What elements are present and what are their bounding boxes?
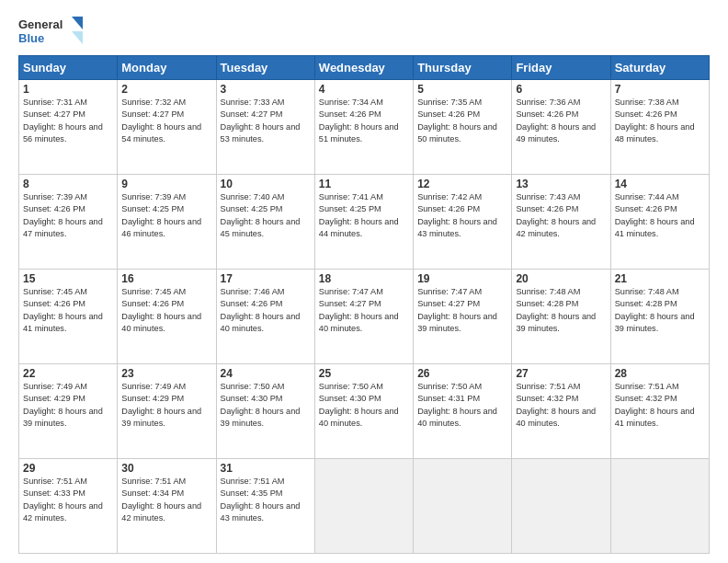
calendar-cell: 12Sunrise: 7:42 AMSunset: 4:26 PMDayligh… (414, 175, 512, 270)
day-info: Sunrise: 7:42 AMSunset: 4:26 PMDaylight:… (417, 191, 507, 240)
calendar-cell: 25Sunrise: 7:50 AMSunset: 4:30 PMDayligh… (314, 364, 413, 459)
calendar-cell: 30Sunrise: 7:51 AMSunset: 4:34 PMDayligh… (118, 459, 216, 554)
day-number: 14 (615, 178, 705, 190)
day-info: Sunrise: 7:51 AMSunset: 4:35 PMDaylight:… (221, 476, 311, 524)
calendar-cell: 17Sunrise: 7:46 AMSunset: 4:26 PMDayligh… (216, 270, 314, 364)
calendar-cell: 19Sunrise: 7:47 AMSunset: 4:27 PMDayligh… (414, 270, 512, 364)
day-info: Sunrise: 7:51 AMSunset: 4:32 PMDaylight:… (516, 381, 606, 430)
day-info: Sunrise: 7:48 AMSunset: 4:28 PMDaylight:… (516, 286, 606, 335)
day-number: 27 (516, 367, 606, 380)
day-info: Sunrise: 7:39 AMSunset: 4:25 PMDaylight:… (121, 191, 211, 240)
logo: General Blue (18, 15, 85, 48)
calendar-cell: 8Sunrise: 7:39 AMSunset: 4:26 PMDaylight… (19, 175, 118, 270)
logo-svg: General Blue (18, 15, 85, 48)
day-number: 19 (417, 272, 507, 285)
calendar-cell: 28Sunrise: 7:51 AMSunset: 4:32 PMDayligh… (610, 364, 709, 459)
day-info: Sunrise: 7:43 AMSunset: 4:26 PMDaylight:… (516, 191, 606, 240)
calendar-cell: 6Sunrise: 7:36 AMSunset: 4:26 PMDaylight… (512, 80, 610, 175)
day-number: 28 (615, 367, 705, 380)
calendar-cell: 20Sunrise: 7:48 AMSunset: 4:28 PMDayligh… (512, 270, 610, 364)
day-info: Sunrise: 7:32 AMSunset: 4:27 PMDaylight:… (121, 97, 211, 145)
day-number: 22 (23, 367, 113, 380)
svg-text:Blue: Blue (18, 31, 44, 45)
calendar-cell: 21Sunrise: 7:48 AMSunset: 4:28 PMDayligh… (610, 270, 709, 364)
calendar-cell: 16Sunrise: 7:45 AMSunset: 4:26 PMDayligh… (118, 270, 216, 364)
day-info: Sunrise: 7:51 AMSunset: 4:33 PMDaylight:… (23, 476, 113, 524)
day-info: Sunrise: 7:44 AMSunset: 4:26 PMDaylight:… (615, 191, 705, 240)
calendar-cell: 1Sunrise: 7:31 AMSunset: 4:27 PMDaylight… (19, 80, 118, 175)
day-number: 6 (516, 83, 606, 96)
day-info: Sunrise: 7:45 AMSunset: 4:26 PMDaylight:… (23, 286, 113, 335)
day-info: Sunrise: 7:47 AMSunset: 4:27 PMDaylight:… (319, 286, 409, 335)
day-number: 1 (23, 83, 113, 96)
weekday-header: Wednesday (314, 56, 413, 80)
day-info: Sunrise: 7:50 AMSunset: 4:30 PMDaylight:… (319, 381, 409, 430)
svg-text:General: General (18, 17, 63, 31)
day-info: Sunrise: 7:50 AMSunset: 4:31 PMDaylight:… (417, 381, 507, 430)
weekday-header-row: SundayMondayTuesdayWednesdayThursdayFrid… (19, 56, 710, 80)
day-info: Sunrise: 7:33 AMSunset: 4:27 PMDaylight:… (221, 97, 311, 145)
svg-marker-3 (72, 31, 83, 44)
day-number: 17 (221, 272, 311, 285)
calendar-cell: 24Sunrise: 7:50 AMSunset: 4:30 PMDayligh… (216, 364, 314, 459)
weekday-header: Friday (512, 56, 610, 80)
day-number: 11 (319, 178, 409, 190)
day-info: Sunrise: 7:51 AMSunset: 4:34 PMDaylight:… (121, 476, 211, 524)
day-number: 4 (319, 83, 409, 96)
calendar-cell (610, 459, 709, 554)
day-number: 18 (319, 272, 409, 285)
calendar-cell: 31Sunrise: 7:51 AMSunset: 4:35 PMDayligh… (216, 459, 314, 554)
weekday-header: Saturday (610, 56, 709, 80)
day-number: 3 (221, 83, 311, 96)
page: General Blue SundayMondayTuesdayWednesda… (0, 0, 728, 563)
calendar-cell: 7Sunrise: 7:38 AMSunset: 4:26 PMDaylight… (610, 80, 709, 175)
calendar-cell: 4Sunrise: 7:34 AMSunset: 4:26 PMDaylight… (314, 80, 413, 175)
calendar-week-row: 22Sunrise: 7:49 AMSunset: 4:29 PMDayligh… (19, 364, 710, 459)
calendar-cell (512, 459, 610, 554)
day-info: Sunrise: 7:48 AMSunset: 4:28 PMDaylight:… (615, 286, 705, 335)
day-number: 16 (121, 272, 211, 285)
weekday-header: Tuesday (216, 56, 314, 80)
day-info: Sunrise: 7:49 AMSunset: 4:29 PMDaylight:… (121, 381, 211, 430)
day-info: Sunrise: 7:46 AMSunset: 4:26 PMDaylight:… (221, 286, 311, 335)
day-number: 9 (121, 178, 211, 190)
day-number: 13 (516, 178, 606, 190)
day-number: 24 (221, 367, 311, 380)
day-info: Sunrise: 7:50 AMSunset: 4:30 PMDaylight:… (221, 381, 311, 430)
calendar-cell: 18Sunrise: 7:47 AMSunset: 4:27 PMDayligh… (314, 270, 413, 364)
calendar-cell: 10Sunrise: 7:40 AMSunset: 4:25 PMDayligh… (216, 175, 314, 270)
calendar-cell: 2Sunrise: 7:32 AMSunset: 4:27 PMDaylight… (118, 80, 216, 175)
calendar-cell: 26Sunrise: 7:50 AMSunset: 4:31 PMDayligh… (414, 364, 512, 459)
day-number: 25 (319, 367, 409, 380)
header: General Blue (18, 15, 710, 48)
calendar-cell: 29Sunrise: 7:51 AMSunset: 4:33 PMDayligh… (19, 459, 118, 554)
day-info: Sunrise: 7:51 AMSunset: 4:32 PMDaylight:… (615, 381, 705, 430)
weekday-header: Monday (118, 56, 216, 80)
calendar-cell: 27Sunrise: 7:51 AMSunset: 4:32 PMDayligh… (512, 364, 610, 459)
day-info: Sunrise: 7:31 AMSunset: 4:27 PMDaylight:… (23, 97, 113, 145)
calendar-cell: 9Sunrise: 7:39 AMSunset: 4:25 PMDaylight… (118, 175, 216, 270)
day-info: Sunrise: 7:39 AMSunset: 4:26 PMDaylight:… (23, 191, 113, 240)
calendar-cell: 14Sunrise: 7:44 AMSunset: 4:26 PMDayligh… (610, 175, 709, 270)
day-number: 5 (417, 83, 507, 96)
day-info: Sunrise: 7:49 AMSunset: 4:29 PMDaylight:… (23, 381, 113, 430)
day-info: Sunrise: 7:45 AMSunset: 4:26 PMDaylight:… (121, 286, 211, 335)
calendar-week-row: 29Sunrise: 7:51 AMSunset: 4:33 PMDayligh… (19, 459, 710, 554)
day-info: Sunrise: 7:47 AMSunset: 4:27 PMDaylight:… (417, 286, 507, 335)
calendar-cell: 15Sunrise: 7:45 AMSunset: 4:26 PMDayligh… (19, 270, 118, 364)
day-number: 21 (615, 272, 705, 285)
day-info: Sunrise: 7:41 AMSunset: 4:25 PMDaylight:… (319, 191, 409, 240)
day-info: Sunrise: 7:34 AMSunset: 4:26 PMDaylight:… (319, 97, 409, 145)
day-info: Sunrise: 7:40 AMSunset: 4:25 PMDaylight:… (221, 191, 311, 240)
calendar-week-row: 8Sunrise: 7:39 AMSunset: 4:26 PMDaylight… (19, 175, 710, 270)
calendar-week-row: 15Sunrise: 7:45 AMSunset: 4:26 PMDayligh… (19, 270, 710, 364)
calendar-cell: 5Sunrise: 7:35 AMSunset: 4:26 PMDaylight… (414, 80, 512, 175)
calendar-week-row: 1Sunrise: 7:31 AMSunset: 4:27 PMDaylight… (19, 80, 710, 175)
day-number: 2 (121, 83, 211, 96)
calendar-cell: 13Sunrise: 7:43 AMSunset: 4:26 PMDayligh… (512, 175, 610, 270)
day-number: 20 (516, 272, 606, 285)
day-number: 15 (23, 272, 113, 285)
day-number: 30 (121, 462, 211, 475)
day-info: Sunrise: 7:35 AMSunset: 4:26 PMDaylight:… (417, 97, 507, 145)
calendar-cell: 3Sunrise: 7:33 AMSunset: 4:27 PMDaylight… (216, 80, 314, 175)
